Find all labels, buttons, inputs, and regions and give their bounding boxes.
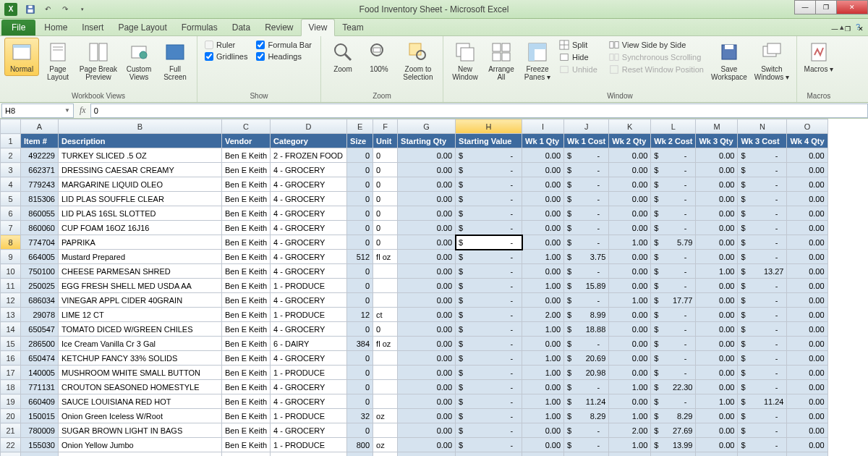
cell[interactable]: Ben E Keith bbox=[222, 423, 271, 438]
cell[interactable]: 0 bbox=[373, 322, 398, 337]
cell[interactable]: $20.69 bbox=[564, 351, 609, 366]
cell[interactable]: 0 bbox=[373, 206, 398, 221]
cell[interactable]: 660409 bbox=[21, 394, 59, 409]
column-header[interactable]: A bbox=[21, 119, 59, 134]
reset-window-position-button[interactable]: Reset Window Position bbox=[606, 64, 707, 75]
cell[interactable]: 0.00 bbox=[398, 394, 456, 409]
cell[interactable]: $- bbox=[456, 394, 522, 409]
cell[interactable]: 686034 bbox=[21, 293, 59, 308]
column-header[interactable]: J bbox=[564, 119, 609, 134]
cell[interactable]: 0.00 bbox=[696, 235, 738, 250]
cell[interactable] bbox=[373, 351, 398, 366]
cell[interactable] bbox=[373, 264, 398, 279]
cell[interactable]: 0.00 bbox=[522, 438, 564, 452]
cell[interactable]: $3.75 bbox=[564, 250, 609, 264]
table-header-cell[interactable]: Wk 2 Qty bbox=[609, 134, 651, 148]
row-header[interactable]: 10 bbox=[1, 264, 21, 279]
cell[interactable]: $22.30 bbox=[651, 380, 696, 394]
cell[interactable]: DRESSING CAESAR CREAMY bbox=[59, 163, 222, 177]
cell[interactable]: 0.00 bbox=[398, 438, 456, 452]
cell[interactable]: $- bbox=[564, 148, 609, 163]
cell[interactable]: 0 bbox=[347, 366, 373, 380]
cell[interactable]: 0.00 bbox=[398, 177, 456, 192]
cell[interactable]: 0.00 bbox=[398, 148, 456, 163]
cell[interactable]: $- bbox=[564, 177, 609, 192]
cell[interactable]: $- bbox=[651, 250, 696, 264]
cell[interactable]: $- bbox=[738, 206, 787, 221]
cell[interactable]: 0.00 bbox=[398, 351, 456, 366]
cell[interactable]: 1.00 bbox=[522, 250, 564, 264]
cell[interactable]: 29078 bbox=[21, 308, 59, 322]
cell[interactable]: $- bbox=[456, 337, 522, 351]
cell[interactable]: $15.89 bbox=[564, 279, 609, 293]
column-header[interactable]: H bbox=[456, 119, 522, 134]
cell[interactable]: $- bbox=[651, 366, 696, 380]
cell[interactable]: Ben E Keith bbox=[222, 438, 271, 452]
cell[interactable]: $8.99 bbox=[564, 308, 609, 322]
cell[interactable]: 815306 bbox=[21, 192, 59, 206]
cell[interactable]: 0.00 bbox=[398, 250, 456, 264]
cell[interactable]: $- bbox=[456, 322, 522, 337]
column-header[interactable]: O bbox=[787, 119, 827, 134]
cell[interactable]: $- bbox=[456, 250, 522, 264]
cell[interactable]: 250025 bbox=[21, 279, 59, 293]
synchronous-scrolling-button[interactable]: Synchronous Scrolling bbox=[606, 51, 707, 63]
cell[interactable]: Onion Green Iceless W/Root bbox=[59, 409, 222, 423]
cell[interactable]: 4 - GROCERY bbox=[271, 221, 347, 235]
cell[interactable]: 155030 bbox=[21, 438, 59, 452]
cell[interactable]: 1 - PRODUCE bbox=[271, 438, 347, 452]
cell[interactable]: 0.00 bbox=[696, 337, 738, 351]
row-header[interactable]: 3 bbox=[1, 163, 21, 177]
cell[interactable]: 1.00 bbox=[609, 235, 651, 250]
cell[interactable]: oz bbox=[373, 438, 398, 452]
cell[interactable]: 0 bbox=[347, 380, 373, 394]
cell[interactable]: 0.00 bbox=[787, 250, 827, 264]
cell[interactable]: 0.00 bbox=[398, 293, 456, 308]
cell[interactable]: 0 bbox=[347, 177, 373, 192]
cell[interactable]: oz bbox=[373, 409, 398, 423]
cell[interactable]: 0.00 bbox=[522, 380, 564, 394]
cell[interactable]: 0 bbox=[347, 452, 373, 457]
cell[interactable]: 0.00 bbox=[398, 409, 456, 423]
cell[interactable]: 0 bbox=[347, 192, 373, 206]
cell[interactable]: KETCHUP FANCY 33% SOLIDS bbox=[59, 351, 222, 366]
table-header-cell[interactable]: Wk 1 Cost bbox=[564, 134, 609, 148]
cell[interactable]: 0.00 bbox=[522, 423, 564, 438]
cell[interactable]: 0.00 bbox=[787, 423, 827, 438]
tab-page-layout[interactable]: Page Layout bbox=[111, 20, 174, 35]
cell[interactable]: 0.00 bbox=[522, 163, 564, 177]
cell[interactable]: 0 bbox=[373, 221, 398, 235]
cell[interactable]: 0.00 bbox=[398, 366, 456, 380]
cell[interactable]: 1.00 bbox=[609, 380, 651, 394]
close-button[interactable]: ✕ bbox=[836, 0, 868, 14]
custom-views-button[interactable]: Custom Views bbox=[122, 38, 156, 84]
cell[interactable]: $20.98 bbox=[564, 366, 609, 380]
cell[interactable]: CHEESE PARMESAN SHRED bbox=[59, 264, 222, 279]
tab-review[interactable]: Review bbox=[258, 20, 300, 35]
cell[interactable]: Ben E Keith bbox=[222, 279, 271, 293]
cell[interactable]: 0.00 bbox=[522, 192, 564, 206]
cell[interactable]: $- bbox=[651, 351, 696, 366]
column-header[interactable]: N bbox=[738, 119, 787, 134]
chevron-down-icon[interactable]: ▼ bbox=[64, 107, 70, 114]
cell[interactable]: 1.00 bbox=[522, 366, 564, 380]
cell[interactable]: $- bbox=[456, 351, 522, 366]
tab-insert[interactable]: Insert bbox=[75, 20, 111, 35]
cell[interactable]: 0 bbox=[347, 322, 373, 337]
cell[interactable] bbox=[373, 380, 398, 394]
column-header[interactable]: C bbox=[222, 119, 271, 134]
cell[interactable]: 0.00 bbox=[787, 366, 827, 380]
cell[interactable]: 0.00 bbox=[522, 235, 564, 250]
cell[interactable]: 4 - GROCERY bbox=[271, 380, 347, 394]
table-header-cell[interactable]: Wk 2 Cost bbox=[651, 134, 696, 148]
cell[interactable]: 0.00 bbox=[696, 308, 738, 322]
cell[interactable]: 800 bbox=[347, 438, 373, 452]
full-screen-button[interactable]: Full Screen bbox=[158, 38, 192, 84]
cell[interactable]: 0.00 bbox=[398, 206, 456, 221]
new-window-button[interactable]: New Window bbox=[448, 38, 482, 84]
cell[interactable]: $- bbox=[738, 279, 787, 293]
cell[interactable]: $- bbox=[651, 308, 696, 322]
cell[interactable]: ct bbox=[373, 308, 398, 322]
cell[interactable]: $- bbox=[456, 366, 522, 380]
cell[interactable]: 0.00 bbox=[787, 293, 827, 308]
